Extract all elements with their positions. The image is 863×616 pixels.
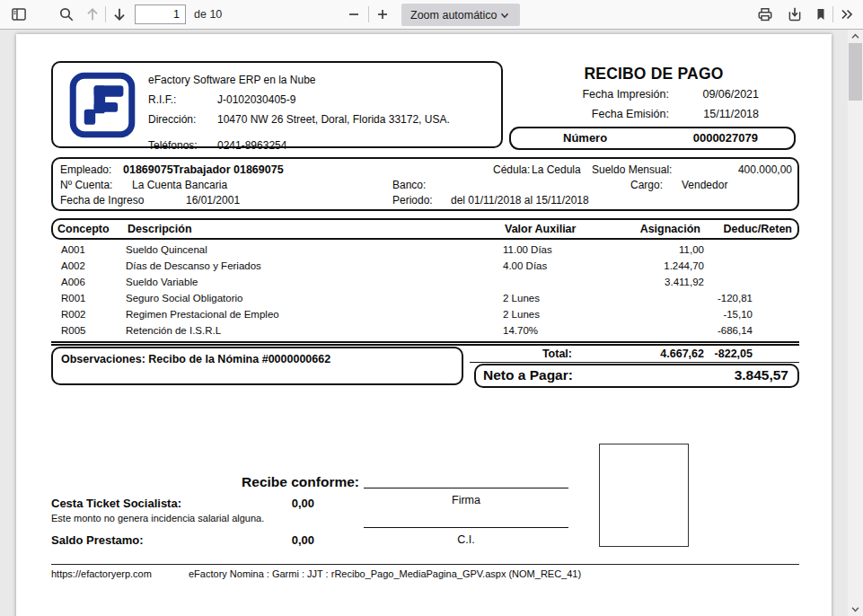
- previous-page-button[interactable]: [81, 3, 104, 26]
- fecha-ingreso-label: Fecha de Ingreso: [60, 194, 144, 207]
- cell-descripcion: Retención de I.S.R.L: [126, 325, 221, 336]
- telefonos-value: 0241-8963254: [217, 139, 286, 152]
- employee-box: Empleado: 01869075Trabajador 01869075 Cé…: [51, 157, 799, 211]
- company-name: eFactory Software ERP en la Nube: [148, 74, 316, 86]
- header-descripcion: Descripción: [128, 223, 192, 235]
- company-box: eFactory Software ERP en la Nube R.I.F.:…: [51, 61, 503, 148]
- neto-value: 3.845,57: [735, 367, 788, 383]
- neto-box: Neto a Pagar: 3.845,57: [474, 364, 799, 388]
- cell-descripcion: Días de Descanso y Feriados: [126, 260, 261, 271]
- scroll-up-button[interactable]: [848, 30, 863, 43]
- cell-codigo: R001: [61, 293, 86, 304]
- header-deduc-reten: Deduc/Reten: [724, 223, 792, 235]
- cell-asignacion: 1.244,70: [664, 260, 704, 271]
- footer-divider: [51, 564, 799, 565]
- pdf-page: eFactory Software ERP en la Nube R.I.F.:…: [16, 34, 832, 616]
- double-chevron-right-icon: [839, 6, 855, 22]
- cuenta-value: La Cuenta Bancaria: [132, 179, 227, 191]
- toolbar-more-button[interactable]: [835, 3, 859, 26]
- search-button[interactable]: [55, 3, 78, 26]
- zoom-select[interactable]: Zoom automático: [401, 4, 520, 26]
- cell-descripcion: Seguro Social Obligatorio: [126, 293, 242, 304]
- page-number-input[interactable]: [135, 4, 186, 24]
- cell-codigo: A002: [61, 260, 85, 271]
- periodo-label: Periodo:: [392, 194, 433, 207]
- cesta-value: 0,00: [292, 497, 314, 510]
- print-icon: [757, 6, 773, 22]
- fecha-ingreso-value: 16/01/2001: [186, 194, 240, 207]
- scrollbar-thumb[interactable]: [849, 43, 862, 101]
- total-deduccion: -822,05: [715, 348, 753, 360]
- fecha-impresion-value: 09/06/2021: [633, 88, 759, 101]
- cell-codigo: A006: [61, 277, 85, 287]
- cell-descripcion: Sueldo Variable: [126, 277, 198, 287]
- ci-label: C.I.: [364, 533, 568, 546]
- cell-asignacion: 3.411,92: [665, 277, 704, 287]
- save-icon: [787, 6, 803, 22]
- table-bottom-divider: [51, 341, 799, 346]
- direccion-value: 10470 NW 26 Street, Doral, Florida 33172…: [217, 113, 450, 126]
- cell-valor-auxiliar: 14.70%: [503, 325, 538, 336]
- page-count-label: de 10: [194, 8, 222, 21]
- header-valor-auxiliar: Valor Auxiliar: [505, 223, 576, 235]
- pdf-toolbar: de 10 Zoom automático: [0, 0, 863, 30]
- table-row: R002Regimen Prestacional de Empleo2 Lune…: [16, 308, 832, 324]
- footer-module: eFactory Nomina : Garmi : JJT : rRecibo_…: [189, 568, 581, 579]
- cell-codigo: A001: [61, 244, 85, 255]
- sidebar-toggle-button[interactable]: [7, 3, 31, 26]
- firma-line: [364, 488, 568, 488]
- numero-box: Número 0000027079: [509, 127, 796, 150]
- chevron-down-icon: [850, 604, 860, 614]
- print-button[interactable]: [753, 3, 777, 26]
- banco-label: Banco:: [392, 179, 426, 191]
- cedula-label: Cédula:: [493, 163, 530, 176]
- zoom-in-button[interactable]: [371, 3, 394, 26]
- concept-rows: A001Sueldo Quincenal11.00 Días11,00A002D…: [16, 243, 832, 340]
- firma-label: Firma: [364, 494, 568, 506]
- neto-label: Neto a Pagar:: [483, 367, 573, 383]
- header-asignacion: Asignación: [640, 223, 700, 235]
- recibe-conforme-label: Recibe conforme:: [178, 474, 359, 490]
- cell-descripcion: Sueldo Quincenal: [126, 244, 207, 255]
- chevron-up-icon: [850, 31, 860, 41]
- cedula-value: La Cedula: [532, 163, 581, 176]
- telefonos-label: Teléfonos:: [148, 139, 198, 152]
- search-icon: [58, 6, 75, 22]
- cargo-value: Vendedor: [682, 179, 727, 191]
- table-row: A001Sueldo Quincenal11.00 Días11,00: [16, 243, 832, 260]
- empleado-value: 01869075Trabajador 01869075: [123, 163, 284, 176]
- scroll-down-button[interactable]: [848, 603, 863, 616]
- cuenta-label: Nº Cuenta:: [60, 179, 112, 191]
- cell-codigo: R005: [61, 325, 86, 336]
- header-concepto: Concepto: [57, 223, 110, 235]
- cell-descripcion: Regimen Prestacional de Empleo: [126, 309, 279, 320]
- table-row: R001Seguro Social Obligatorio2 Lunes-120…: [16, 292, 832, 308]
- cell-valor-auxiliar: 4.00 Días: [503, 260, 547, 271]
- cesta-label: Cesta Ticket Socialista:: [51, 497, 181, 510]
- ci-line: [364, 527, 568, 528]
- total-row: Total: 4.667,62 -822,05: [16, 348, 832, 362]
- footer-url[interactable]: https://efactoryerp.com: [51, 568, 152, 579]
- cell-asignacion: 11,00: [679, 244, 704, 255]
- numero-label: Número: [563, 131, 607, 145]
- neto-divider: [470, 362, 799, 363]
- zoom-select-value: Zoom automático: [410, 9, 498, 22]
- fecha-emision-value: 15/11/2018: [633, 108, 759, 120]
- save-button[interactable]: [783, 3, 806, 26]
- empleado-label: Empleado:: [60, 163, 111, 176]
- table-row: R005Retención de I.S.R.L14.70%-686,14: [16, 324, 832, 340]
- total-label: Total:: [542, 348, 572, 360]
- cell-valor-auxiliar: 2 Lunes: [503, 293, 540, 304]
- zoom-out-button[interactable]: [342, 3, 365, 26]
- vertical-scrollbar[interactable]: [848, 30, 863, 616]
- next-page-button[interactable]: [108, 3, 131, 26]
- bookmark-button[interactable]: [809, 3, 832, 26]
- receipt-title: RECIBO DE PAGO: [510, 65, 797, 84]
- cell-deduccion: -686,14: [718, 325, 753, 336]
- zoom-in-icon: [375, 7, 390, 22]
- arrow-down-icon: [111, 6, 128, 22]
- cell-deduccion: -15,10: [723, 309, 753, 320]
- sueldo-mensual-label: Sueldo Mensual:: [592, 163, 672, 176]
- sueldo-mensual-value: 400.000,00: [738, 163, 792, 176]
- cell-valor-auxiliar: 2 Lunes: [503, 309, 540, 320]
